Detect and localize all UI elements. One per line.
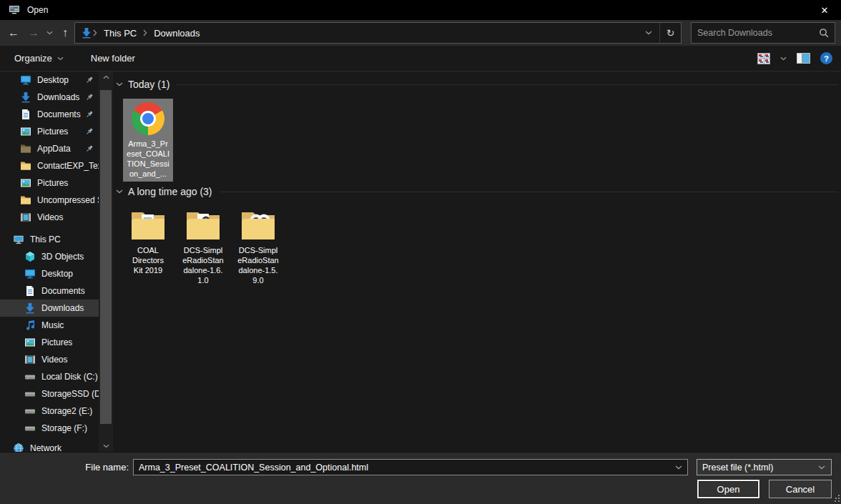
- folder-tile-dcs-srs-16[interactable]: DCS-Simpl eRadioStan dalone-1.6. 1.0: [178, 205, 228, 288]
- view-options-chevron-icon[interactable]: [780, 56, 787, 61]
- document-icon: [24, 285, 36, 297]
- drive-icon: [24, 388, 36, 400]
- scrollbar-thumb[interactable]: [100, 90, 112, 424]
- chevron-down-icon: [57, 56, 64, 61]
- help-button[interactable]: ?: [820, 52, 832, 64]
- sidebar-item-local-disk-c[interactable]: Local Disk (C:): [0, 368, 99, 385]
- sidebar-item-contactexp[interactable]: ContactEXP_Text: [0, 157, 99, 174]
- globe-icon: [13, 443, 24, 452]
- sidebar-item-videos-qa[interactable]: Videos: [0, 209, 99, 226]
- change-view-button[interactable]: [757, 53, 770, 64]
- scroll-up-button[interactable]: [99, 71, 113, 83]
- address-history-button[interactable]: [638, 23, 659, 43]
- folder-tile-label: DCS-Simpl eRadioStan dalone-1.6. 1.0: [178, 245, 228, 285]
- downloads-location-icon: [81, 27, 92, 39]
- sidebar-item-pictures-pinned[interactable]: Pictures: [0, 123, 99, 140]
- preview-pane-button[interactable]: [797, 53, 810, 64]
- sidebar-item-pictures2[interactable]: Pictures: [0, 174, 99, 192]
- breadcrumb-separator-icon: [142, 29, 148, 36]
- sidebar-item-3d-objects[interactable]: 3D Objects: [0, 248, 99, 265]
- file-name-dropdown-button[interactable]: [670, 465, 687, 470]
- chevron-down-icon: [103, 444, 109, 448]
- chevron-down-icon: [46, 31, 53, 35]
- forward-button[interactable]: →: [24, 20, 43, 46]
- folder-tile-dcs-srs-15[interactable]: DCS-Simpl eRadioStan dalone-1.5. 9.0: [233, 205, 283, 288]
- search-input[interactable]: [692, 28, 819, 38]
- folder-muted-icon: [20, 143, 31, 154]
- collapse-chevron-icon[interactable]: [116, 189, 123, 194]
- sidebar-item-downloads-selected[interactable]: Downloads: [0, 300, 99, 317]
- breadcrumb-this-pc[interactable]: This PC: [98, 23, 142, 43]
- collapse-chevron-icon[interactable]: [116, 82, 123, 87]
- music-note-icon: [24, 320, 36, 331]
- desktop-icon: [20, 74, 31, 86]
- address-bar[interactable]: This PC Downloads ↻: [74, 22, 682, 44]
- cancel-button[interactable]: Cancel: [769, 480, 832, 498]
- sidebar-item-documents[interactable]: Documents: [0, 282, 99, 300]
- sidebar-item-storagessd-d[interactable]: StorageSSD (D:): [0, 385, 99, 402]
- refresh-button[interactable]: ↻: [659, 23, 681, 43]
- group-divider: [177, 84, 838, 85]
- sidebar-item-storage-f[interactable]: Storage (F:): [0, 420, 99, 437]
- search-icon[interactable]: [819, 28, 829, 38]
- file-type-dropdown-button[interactable]: [812, 465, 831, 470]
- recent-locations-button[interactable]: [43, 20, 56, 46]
- new-folder-button[interactable]: New folder: [84, 46, 142, 71]
- computer-icon: [13, 234, 24, 245]
- sidebar-item-appdata[interactable]: AppData: [0, 140, 99, 157]
- command-toolbar: Organize New folder ?: [0, 46, 841, 71]
- film-icon: [20, 212, 31, 223]
- sidebar-item-network[interactable]: Network: [0, 440, 99, 452]
- title-bar: Open ✕: [0, 0, 841, 20]
- group-header-today[interactable]: Today (1): [116, 77, 841, 92]
- sidebar-item-documents-pinned[interactable]: Documents: [0, 106, 99, 123]
- navigation-pane: Desktop Downloads Documents Pictures App…: [0, 71, 99, 452]
- back-button[interactable]: ←: [4, 20, 23, 46]
- sidebar-item-videos[interactable]: Videos: [0, 351, 99, 368]
- file-name-label: File name:: [0, 462, 129, 473]
- sidebar-item-uncompressed[interactable]: Uncompressed S: [0, 192, 99, 209]
- chevron-up-icon: [103, 75, 109, 79]
- pin-icon: [85, 127, 94, 136]
- sidebar-item-desktop[interactable]: Desktop: [0, 265, 99, 282]
- file-tile-label: Arma_3_Pr eset_COALI TION_Sessi on_and_.…: [123, 139, 173, 179]
- file-tile-arma3-preset[interactable]: Arma_3_Pr eset_COALI TION_Sessi on_and_.…: [123, 99, 173, 182]
- file-name-input[interactable]: [134, 463, 670, 473]
- dialog-footer: File name: Preset file (*.html) Open Can…: [0, 452, 841, 504]
- film-icon: [24, 354, 36, 365]
- download-arrow-icon: [20, 92, 31, 103]
- group-header-long-time-ago[interactable]: A long time ago (3): [116, 184, 841, 199]
- sidebar-scrollbar[interactable]: [99, 71, 113, 452]
- navigation-bar: ← → ↑ This PC Downloads ↻: [0, 20, 841, 46]
- sidebar-item-downloads-pinned[interactable]: Downloads: [0, 89, 99, 106]
- pin-icon: [85, 76, 94, 84]
- sidebar-item-this-pc[interactable]: This PC: [0, 231, 99, 248]
- group-divider: [220, 192, 838, 192]
- folder-with-app-icon: [185, 209, 221, 241]
- folder-tile-coal-directors-kit[interactable]: COAL Directors Kit 2019: [123, 205, 173, 288]
- resize-grip[interactable]: [832, 495, 840, 503]
- dialog-app-icon: [9, 5, 20, 15]
- close-button[interactable]: ✕: [808, 0, 841, 20]
- organize-button[interactable]: Organize: [7, 46, 71, 71]
- sidebar-item-desktop-pinned[interactable]: Desktop: [0, 71, 99, 89]
- picture-icon: [24, 337, 36, 348]
- sidebar-item-storage2-e[interactable]: Storage2 (E:): [0, 402, 99, 420]
- pin-icon: [85, 110, 94, 119]
- open-button[interactable]: Open: [697, 480, 759, 498]
- download-arrow-icon: [24, 302, 36, 314]
- pin-icon: [85, 93, 94, 102]
- breadcrumb-downloads[interactable]: Downloads: [148, 23, 205, 43]
- pin-icon: [85, 144, 94, 153]
- system-drive-icon: [24, 371, 36, 382]
- drive-icon: [24, 405, 36, 417]
- scroll-down-button[interactable]: [99, 440, 113, 452]
- folder-tile-label: DCS-Simpl eRadioStan dalone-1.5. 9.0: [233, 245, 283, 285]
- sidebar-item-music[interactable]: Music: [0, 317, 99, 334]
- up-button[interactable]: ↑: [56, 20, 74, 46]
- file-type-select[interactable]: Preset file (*.html): [697, 459, 832, 475]
- sidebar-item-pictures[interactable]: Pictures: [0, 334, 99, 351]
- desktop-icon: [24, 268, 36, 280]
- dialog-body: Desktop Downloads Documents Pictures App…: [0, 71, 841, 452]
- chrome-html-file-icon: [132, 102, 164, 135]
